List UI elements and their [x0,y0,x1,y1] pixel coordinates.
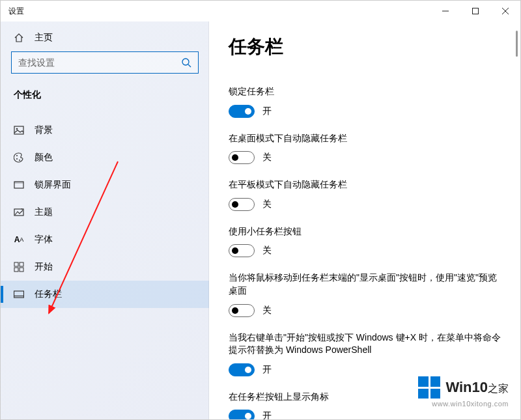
svg-point-8 [16,155,18,156]
home-link[interactable]: 主页 [1,27,209,51]
setting-label: 在平板模式下自动隐藏任务栏 [229,178,501,191]
svg-rect-1 [473,8,479,14]
watermark-brand: Win10 [445,379,488,395]
window-title: 设置 [8,6,24,17]
toggle-state-label: 关 [262,305,272,316]
sidebar-item-label: 开始 [35,261,53,273]
start-icon [14,262,24,272]
windows-logo-icon [418,376,440,399]
toggle-state-label: 开 [262,105,272,117]
watermark-url: www.win10xitong.com [418,400,509,408]
setting-label: 当我右键单击"开始"按钮或按下 Windows 键+X 时，在菜单中将命令提示符… [229,331,501,357]
font-icon: AA [14,234,24,245]
toggle-switch[interactable] [229,198,255,211]
sidebar-item-label: 颜色 [35,152,53,163]
close-icon [502,8,509,14]
toggle-switch[interactable] [229,151,255,164]
nav-list: 背景颜色锁屏界面主题AA字体开始任务栏 [1,117,209,308]
svg-point-10 [19,160,20,161]
svg-point-9 [16,158,18,160]
setting-label: 使用小任务栏按钮 [229,225,501,238]
home-label: 主页 [35,32,53,44]
toggle-switch[interactable] [229,244,255,257]
setting-item: 当你将鼠标移动到任务栏末端的"显示桌面"按钮时，使用"速览"预览桌面关 [229,272,501,316]
sidebar-item-start[interactable]: 开始 [1,253,209,281]
taskbar-icon [14,289,24,300]
search-box[interactable] [11,51,199,74]
minimize-icon [442,8,449,14]
setting-item: 使用小任务栏按钮关 [229,225,501,258]
toggle-state-label: 开 [262,364,272,376]
palette-icon [14,152,24,163]
toggle-state-label: 关 [262,152,272,163]
svg-point-4 [182,59,189,65]
section-label: 个性化 [1,87,209,109]
search-input[interactable] [18,57,181,68]
svg-rect-18 [14,291,24,298]
home-icon [14,33,24,43]
sidebar: 主页 个性化 背景颜色锁屏界面主题AA字体开始任务栏 [1,21,209,419]
sidebar-item-taskbar[interactable]: 任务栏 [1,281,209,308]
scrollbar[interactable] [516,31,518,57]
setting-item: 在平板模式下自动隐藏任务栏关 [229,178,501,211]
main-content: 任务栏 锁定任务栏开在桌面模式下自动隐藏任务栏关在平板模式下自动隐藏任务栏关使用… [209,21,520,419]
sidebar-item-font[interactable]: AA字体 [1,226,209,253]
toggle-state-label: 关 [262,245,272,257]
toggle-state-label: 开 [262,410,272,419]
svg-rect-14 [14,262,18,266]
svg-rect-17 [20,268,23,272]
sidebar-item-image[interactable]: 背景 [1,117,209,144]
lock-screen-icon [14,180,24,190]
minimize-button[interactable] [430,1,460,21]
setting-item: 锁定任务栏开 [229,85,501,118]
toggle-switch[interactable] [229,105,255,118]
svg-rect-16 [14,268,18,272]
sidebar-item-label: 锁屏界面 [35,179,71,191]
setting-item: 当我右键单击"开始"按钮或按下 Windows 键+X 时，在菜单中将命令提示符… [229,331,501,376]
search-icon [181,57,191,68]
image-icon [14,125,24,135]
setting-label: 锁定任务栏 [229,85,501,98]
maximize-icon [472,8,479,14]
maximize-button[interactable] [460,1,490,21]
sidebar-item-label: 背景 [35,124,53,136]
svg-point-7 [16,128,18,130]
sidebar-item-theme[interactable]: 主题 [1,199,209,226]
titlebar: 设置 [1,1,520,21]
setting-item: 在桌面模式下自动隐藏任务栏关 [229,132,501,165]
sidebar-item-lock-screen[interactable]: 锁屏界面 [1,171,209,199]
watermark: Win10之家 www.win10xitong.com [418,376,509,408]
window-controls [430,1,520,21]
sidebar-item-label: 任务栏 [35,288,62,300]
setting-label: 当你将鼠标移动到任务栏末端的"显示桌面"按钮时，使用"速览"预览桌面 [229,272,501,297]
svg-rect-12 [14,182,23,184]
toggle-switch[interactable] [229,410,255,419]
page-title: 任务栏 [229,35,501,59]
toggle-switch[interactable] [229,304,255,317]
svg-rect-6 [14,126,23,134]
toggle-state-label: 关 [262,199,272,210]
watermark-brand-sub: 之家 [488,383,509,394]
sidebar-item-palette[interactable]: 颜色 [1,144,209,171]
svg-line-5 [188,64,191,67]
sidebar-item-label: 字体 [35,234,53,245]
close-button[interactable] [490,1,520,21]
sidebar-item-label: 主题 [35,206,53,218]
setting-label: 在桌面模式下自动隐藏任务栏 [229,132,501,145]
svg-rect-15 [20,262,23,266]
toggle-switch[interactable] [229,363,255,376]
theme-icon [14,207,24,217]
